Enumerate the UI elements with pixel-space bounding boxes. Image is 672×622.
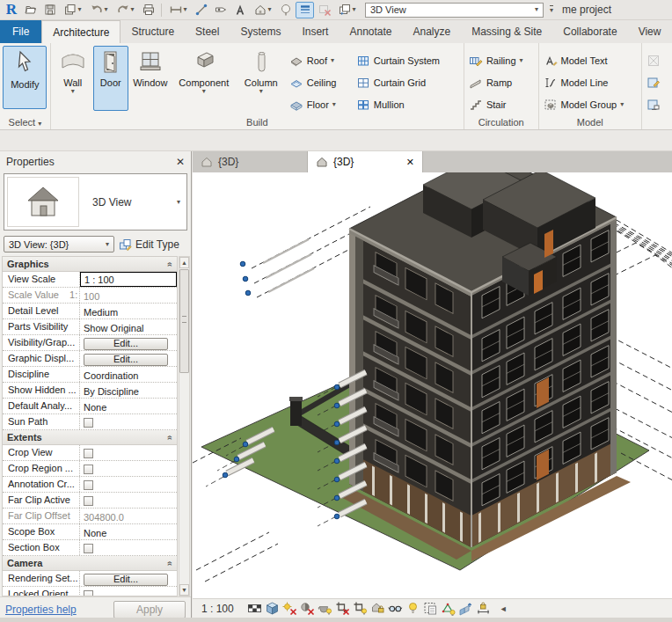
section-graphics[interactable]: Graphics <box>3 257 177 272</box>
switch-windows-icon[interactable] <box>334 2 360 18</box>
synchronize-icon[interactable] <box>60 2 85 18</box>
roof-button[interactable]: Roof <box>287 50 354 70</box>
section-box-checkbox[interactable] <box>84 544 93 553</box>
sun-path-checkbox[interactable] <box>84 418 93 428</box>
detail-level-value[interactable]: Medium <box>80 304 177 318</box>
lock-3d-view-icon[interactable] <box>369 601 387 617</box>
view-scale-input[interactable]: 1 : 100 <box>80 272 177 287</box>
temporary-view-properties-icon[interactable] <box>422 601 440 617</box>
instance-selector[interactable]: 3D View: {3D} <box>4 236 114 252</box>
sun-path-icon[interactable] <box>281 601 299 617</box>
tab-annotate[interactable]: Annotate <box>339 20 402 43</box>
scroll-up-icon[interactable]: ▲ <box>179 257 189 268</box>
edit-type-button[interactable]: Edit Type <box>119 238 179 252</box>
wall-button[interactable]: Wall <box>53 46 93 111</box>
discipline-value[interactable]: Coordination <box>80 367 177 382</box>
curtain-system-button[interactable]: Curtain System <box>354 50 445 70</box>
type-selector[interactable]: 3D View <box>4 173 187 231</box>
crop-view-icon[interactable] <box>334 601 352 617</box>
active-view-selector[interactable]: 3D View <box>365 3 544 18</box>
default-analysis-value[interactable]: None <box>80 399 177 413</box>
model-text-button[interactable]: Model Text <box>541 50 627 70</box>
undo-icon[interactable] <box>86 2 112 18</box>
tab-insert[interactable]: Insert <box>291 20 339 43</box>
curtain-grid-button[interactable]: Curtain Grid <box>354 72 445 92</box>
annotation-crop-checkbox[interactable] <box>84 480 93 490</box>
component-button[interactable]: Component <box>172 46 236 111</box>
crop-view-checkbox[interactable] <box>84 449 93 458</box>
print-icon[interactable] <box>139 2 157 18</box>
visibility-edit-button[interactable]: Edit... <box>84 338 168 350</box>
section-icon[interactable] <box>276 2 295 18</box>
properties-scrollbar[interactable]: ▲ ▼ <box>179 256 190 596</box>
window-button[interactable]: Window <box>128 46 172 111</box>
scroll-down-icon[interactable]: ▼ <box>179 584 189 596</box>
panel-icon[interactable] <box>644 72 663 92</box>
close-inactive-views-icon[interactable] <box>315 2 333 18</box>
measure-icon[interactable] <box>165 2 191 18</box>
mullion-button[interactable]: Mullion <box>354 94 445 114</box>
close-tab-icon[interactable] <box>406 157 414 168</box>
view-tab-2[interactable]: {3D} <box>308 151 423 172</box>
rendering-settings-edit-button[interactable]: Edit... <box>84 574 168 586</box>
panel-icon[interactable] <box>644 50 663 70</box>
close-icon[interactable] <box>176 156 185 168</box>
tab-view[interactable]: View <box>628 20 672 43</box>
revit-logo[interactable]: R <box>3 1 20 18</box>
customize-qat-icon[interactable] <box>550 5 553 14</box>
column-button[interactable]: Column <box>236 46 287 111</box>
stair-button[interactable]: Stair <box>466 94 526 114</box>
view-tab-1[interactable]: {3D} <box>193 151 308 172</box>
shadows-icon[interactable] <box>299 601 317 617</box>
displacement-sets-icon[interactable] <box>457 601 475 617</box>
tab-steel[interactable]: Steel <box>185 20 230 43</box>
section-extents[interactable]: Extents <box>3 430 177 445</box>
tab-systems[interactable]: Systems <box>230 20 291 43</box>
show-hidden-value[interactable]: By Discipline <box>80 383 177 398</box>
apply-button[interactable]: Apply <box>113 601 186 618</box>
redo-icon[interactable] <box>113 2 138 18</box>
graphic-display-edit-button[interactable]: Edit... <box>84 354 168 366</box>
rendering-dialog-icon[interactable] <box>317 601 334 617</box>
detail-level-icon[interactable] <box>246 601 264 617</box>
tab-massing-site[interactable]: Massing & Site <box>461 20 552 43</box>
door-button[interactable]: Door <box>93 46 128 111</box>
tab-analyze[interactable]: Analyze <box>403 20 462 43</box>
visual-style-icon[interactable] <box>264 601 281 617</box>
reveal-constraints-icon[interactable] <box>475 601 493 617</box>
floor-button[interactable]: Floor <box>287 94 354 114</box>
crop-region-icon[interactable] <box>352 601 369 617</box>
text-icon[interactable] <box>230 2 249 18</box>
model-line-button[interactable]: Model Line <box>541 72 627 92</box>
model-viewport[interactable] <box>193 172 672 598</box>
panel-icon[interactable] <box>644 94 663 114</box>
save-icon[interactable] <box>40 2 59 18</box>
temporary-hide-isolate-icon[interactable] <box>387 601 405 617</box>
parts-visibility-value[interactable]: Show Original <box>80 319 177 334</box>
tag-icon[interactable] <box>211 2 230 18</box>
thin-lines-icon[interactable] <box>296 2 314 18</box>
tab-structure[interactable]: Structure <box>121 20 185 43</box>
scale-control[interactable]: 1 : 100 <box>201 603 234 615</box>
scroll-thumb[interactable] <box>179 269 189 373</box>
locked-orientation-checkbox[interactable] <box>84 590 93 596</box>
scope-box-value[interactable]: None <box>80 524 177 539</box>
default-3d-view-icon[interactable] <box>250 2 275 18</box>
crop-region-checkbox[interactable] <box>84 465 93 474</box>
reveal-hidden-icon[interactable] <box>405 601 422 617</box>
ramp-button[interactable]: Ramp <box>466 72 526 92</box>
scroll-left-icon[interactable]: ◄ <box>500 604 508 613</box>
properties-help-link[interactable]: Properties help <box>5 604 77 616</box>
open-icon[interactable] <box>21 2 40 18</box>
analytical-model-icon[interactable] <box>440 601 457 617</box>
modify-button[interactable]: Modify <box>3 46 47 109</box>
tab-file[interactable]: File <box>0 20 41 43</box>
section-camera[interactable]: Camera <box>3 556 177 571</box>
railing-button[interactable]: Railing <box>466 50 526 70</box>
aligned-dimension-icon[interactable] <box>192 2 210 18</box>
tab-collaborate[interactable]: Collaborate <box>552 20 627 43</box>
ceiling-button[interactable]: Ceiling <box>287 72 354 92</box>
tab-architecture[interactable]: Architecture <box>41 20 121 43</box>
model-group-button[interactable]: Model Group <box>541 94 627 114</box>
panel-label-select[interactable]: Select <box>0 117 50 128</box>
